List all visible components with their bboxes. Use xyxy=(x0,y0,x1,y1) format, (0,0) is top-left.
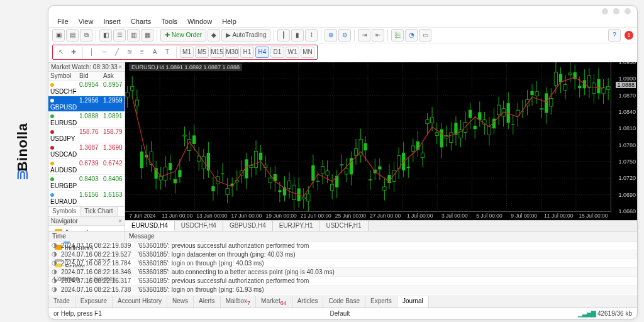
navigator-close-icon[interactable]: × xyxy=(118,218,122,225)
tool-zoom-in-icon[interactable]: ⊕ xyxy=(325,29,337,42)
tf-w1[interactable]: W1 xyxy=(286,47,299,58)
terminal-row[interactable]: ◑ 2024.07.16 08:22:18.346 '65360185': au… xyxy=(48,268,637,277)
term-tab-mailbox[interactable]: Mailbox7 xyxy=(221,296,256,308)
term-tab-articles[interactable]: Articles xyxy=(292,296,324,308)
tf-m1[interactable]: M1 xyxy=(180,47,194,58)
tool-auto-scroll-icon[interactable]: ⇥ xyxy=(358,29,370,42)
help-icon[interactable]: ? xyxy=(608,29,621,42)
tool-zoom-out-icon[interactable]: ⊖ xyxy=(338,29,351,42)
mw-row-GBPUSD[interactable]: GBPUSD 1.2956 1.2959 xyxy=(48,96,125,112)
terminal-row[interactable]: ◑ 2024.07.16 08:22:19.527 '65360185': lo… xyxy=(48,250,637,259)
hline-icon[interactable]: ─ xyxy=(99,47,110,58)
tool-terminal-icon[interactable]: ▥ xyxy=(127,29,140,42)
tool-candles-icon[interactable]: ▮ xyxy=(291,29,304,42)
price-chart[interactable]: EURUSD,H4 1.0891 1.0892 1.0887 1.0888 1.… xyxy=(125,62,637,220)
vline-icon[interactable]: │ xyxy=(86,47,97,58)
window-max-icon[interactable] xyxy=(613,8,619,14)
terminal-row[interactable]: ◑ 2024.07.16 08:22:19.839 '65360185': pr… xyxy=(48,242,637,250)
tf-m30[interactable]: M30 xyxy=(225,47,239,58)
mw-row-USDJPY[interactable]: USDJPY 158.76 158.79 xyxy=(48,128,125,143)
alert-badge[interactable]: 1 xyxy=(625,31,633,40)
terminal-row[interactable]: ◑ 2024.07.16 08:22:16.317 '65360185': pr… xyxy=(48,277,637,286)
svg-rect-44 xyxy=(169,163,172,170)
tf-h1[interactable]: H1 xyxy=(240,47,254,58)
menu-help[interactable]: Help xyxy=(218,17,240,26)
label-icon[interactable]: T xyxy=(162,47,173,58)
term-tab-code-base[interactable]: Code Base xyxy=(323,296,365,308)
tool-periods-icon[interactable]: ◔ xyxy=(405,29,418,42)
log-info-icon: ◑ xyxy=(48,242,60,250)
tool-strategy-tester-icon[interactable]: ▦ xyxy=(141,29,153,42)
term-tab-experts[interactable]: Experts xyxy=(365,296,397,308)
tool-bar-chart-icon[interactable]: ┃ xyxy=(277,29,290,42)
term-col-time[interactable]: Time xyxy=(48,231,125,241)
tool-line-chart-icon[interactable]: ⌇ xyxy=(305,29,318,42)
autotrading-button[interactable]: ▶ AutoTrading xyxy=(221,29,270,42)
tool-navigator-icon[interactable]: ☰ xyxy=(113,29,126,42)
term-tab-market[interactable]: Market64 xyxy=(256,296,292,308)
crosshair-icon[interactable]: ✚ xyxy=(68,47,79,58)
chart-tabs: EURUSD,H4 USDCHF,H4 GBPUSD,H4 EURJPY,H1 … xyxy=(125,220,637,231)
market-watch-close-icon[interactable]: × xyxy=(118,64,122,70)
menu-insert[interactable]: Insert xyxy=(99,17,125,26)
new-order-button[interactable]: ✚ New Order xyxy=(160,29,206,42)
chart-tab-4[interactable]: USDCHF,H1 xyxy=(319,221,368,231)
tool-market-watch-icon[interactable]: ◧ xyxy=(99,29,112,42)
svg-rect-42 xyxy=(164,167,167,180)
tool-profiles-icon[interactable]: ⧉ xyxy=(80,29,92,42)
trendline-icon[interactable]: ╱ xyxy=(111,47,123,58)
tf-m15[interactable]: M15 xyxy=(210,47,224,58)
menu-tools[interactable]: Tools xyxy=(157,17,181,26)
term-tab-journal[interactable]: Journal xyxy=(397,296,429,308)
chart-tab-2[interactable]: GBPUSD,H4 xyxy=(223,221,273,231)
svg-rect-134 xyxy=(383,187,386,191)
menu-view[interactable]: View xyxy=(75,17,97,26)
chart-tab-0[interactable]: EURUSD,H4 xyxy=(125,221,175,231)
log-info-icon: ◑ xyxy=(48,277,60,285)
mw-row-USDCAD[interactable]: USDCAD 1.3687 1.3690 xyxy=(48,143,125,159)
tf-mn[interactable]: MN xyxy=(301,47,314,58)
svg-rect-78 xyxy=(250,166,253,168)
tf-m5[interactable]: M5 xyxy=(195,47,209,58)
tool-chart-shift-icon[interactable]: ⇤ xyxy=(372,29,384,42)
status-traffic: ▁▃▅▇ 42619/36 kb xyxy=(578,310,632,317)
tf-d1[interactable]: D1 xyxy=(270,47,284,58)
text-icon[interactable]: A xyxy=(149,47,160,58)
menu-window[interactable]: Window xyxy=(184,17,216,26)
menu-charts[interactable]: Charts xyxy=(127,17,155,26)
chart-tab-1[interactable]: USDCHF,H4 xyxy=(175,221,223,231)
window-min-icon[interactable] xyxy=(602,8,608,14)
menu-file[interactable]: File xyxy=(53,17,72,26)
cursor-icon[interactable]: ↖ xyxy=(55,47,67,58)
term-tab-trade[interactable]: Trade xyxy=(48,296,75,308)
tool-open-icon[interactable]: ▤ xyxy=(66,29,79,42)
fibo-icon[interactable]: ≡ xyxy=(136,47,148,58)
terminal-row[interactable]: ◑ 2024.07.16 08:22:18.784 '65360185': lo… xyxy=(48,259,637,268)
equidistant-icon[interactable]: ≋ xyxy=(124,47,135,58)
svg-rect-228 xyxy=(606,86,609,89)
tool-new-chart-icon[interactable]: ▣ xyxy=(52,29,65,42)
svg-rect-146 xyxy=(411,146,414,151)
mw-tab-tickchart[interactable]: Tick Chart xyxy=(80,207,117,216)
term-tab-account-history[interactable]: Account History xyxy=(113,296,167,308)
mw-row-EURGBP[interactable]: EURGBP 0.8403 0.8406 xyxy=(48,175,125,191)
svg-rect-206 xyxy=(554,72,557,86)
svg-rect-30 xyxy=(135,100,138,106)
tool-indicators-icon[interactable]: ⬱ xyxy=(391,29,404,42)
term-tab-news[interactable]: News xyxy=(167,296,194,308)
mw-tab-symbols[interactable]: Symbols xyxy=(48,207,80,216)
term-tab-exposure[interactable]: Exposure xyxy=(75,296,113,308)
mw-row-USDCHF[interactable]: USDCHF 0.8954 0.8957 xyxy=(48,80,125,96)
mw-row-EURAUD[interactable]: EURAUD 1.6156 1.6163 xyxy=(48,191,125,206)
chart-tab-3[interactable]: EURJPY,H1 xyxy=(273,221,320,231)
mw-row-AUDUSD[interactable]: AUDUSD 0.6739 0.6742 xyxy=(48,159,125,175)
mw-row-EURUSD[interactable]: EURUSD 1.0888 1.0891 xyxy=(48,112,125,128)
tool-templates-icon[interactable]: ▭ xyxy=(419,29,431,42)
tf-h4[interactable]: H4 xyxy=(255,47,269,58)
terminal-row[interactable]: ◑ 2024.07.16 08:22:15.738 '65360185': lo… xyxy=(48,286,637,294)
term-tab-alerts[interactable]: Alerts xyxy=(194,296,221,308)
navigator-title: Navigator × xyxy=(48,216,125,226)
term-col-message[interactable]: Message xyxy=(125,231,158,241)
window-close-icon[interactable] xyxy=(625,8,631,14)
tool-mql-icon[interactable]: ◆ xyxy=(208,29,220,42)
